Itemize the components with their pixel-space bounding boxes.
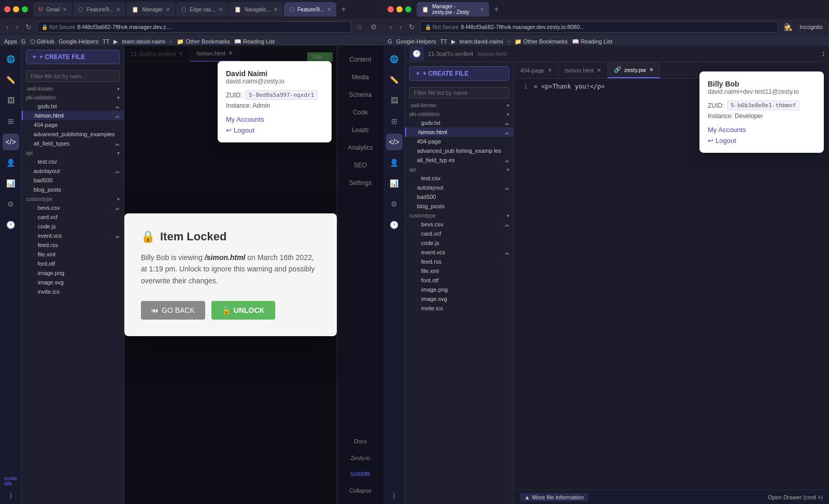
right-globe-btn[interactable]: 🌐	[386, 51, 403, 67]
tab-close-gmail[interactable]: ✕	[63, 7, 67, 12]
bookmark-other[interactable]: 📁 Other Bookmarks	[177, 38, 230, 45]
section-pki[interactable]: pki-validation▾	[22, 93, 124, 102]
file-event-vcs[interactable]: · event.vcs ☁	[22, 231, 124, 240]
file-image-png[interactable]: · image.png	[22, 268, 124, 278]
nav-analytics[interactable]: Analytics	[337, 139, 383, 156]
bookmark-btn[interactable]: ☆	[354, 22, 365, 32]
right-file-card[interactable]: · card.vcf	[405, 229, 513, 238]
file-card-vcf[interactable]: · card.vcf	[22, 212, 124, 222]
file-bad500[interactable]: · bad500	[22, 176, 124, 185]
right-file-blog[interactable]: · blog_posts	[405, 201, 513, 211]
right-bookmark-reading[interactable]: 📖 Reading List	[572, 38, 612, 45]
right-maximize-btn[interactable]	[405, 6, 411, 12]
right-my-accounts-link[interactable]: My Accounts	[708, 126, 816, 134]
right-code-btn[interactable]: </>	[386, 134, 403, 150]
right-close-btn[interactable]	[388, 6, 394, 12]
tab-gmail[interactable]: MGmail✕	[33, 2, 72, 17]
file-blog-posts[interactable]: · blog_posts	[22, 185, 124, 194]
file-simon[interactable]: · /simon.html ☁	[22, 111, 124, 120]
extensions-btn[interactable]: ⚙	[368, 22, 379, 32]
url-bar[interactable]: 🔒 Not Secure 8-f48cf3a682-7fthvk.manager…	[37, 21, 351, 33]
right-tab-manager[interactable]: 📋 Manager - zesty.pw - Zesty ✕	[417, 2, 489, 17]
tab-close-feature1[interactable]: ✕	[116, 7, 120, 12]
file-autolayout[interactable]: · autolayout ☁	[22, 166, 124, 176]
code-icon-btn[interactable]: </>	[3, 134, 19, 150]
right-back-btn[interactable]: ‹	[388, 22, 394, 32]
right-expand-btn[interactable]: ⟩	[386, 487, 403, 504]
right-tab-close[interactable]: ✕	[480, 7, 484, 12]
tab-close-nav[interactable]: ✕	[274, 7, 278, 12]
right-bookmark-yt[interactable]: ▶	[451, 38, 455, 45]
logout-btn-left[interactable]: ↩ Logout	[226, 126, 323, 134]
unlock-button[interactable]: 🔓 UNLOCK	[211, 301, 275, 320]
nav-docs[interactable]: Docs	[337, 433, 383, 450]
open-drawer-btn-right[interactable]: Open Drawer (cmd +)	[768, 494, 823, 500]
history-toggle-btn[interactable]: 🕐	[409, 47, 424, 61]
go-back-button[interactable]: ⏮ GO BACK	[141, 301, 205, 320]
filter-input-right[interactable]	[409, 87, 509, 98]
right-file-imgsvg[interactable]: · image.svg	[405, 294, 513, 304]
file-404[interactable]: · 404-page	[22, 120, 124, 129]
bookmark-youtube[interactable]: ▶	[113, 38, 118, 45]
nav-leads[interactable]: Leads	[337, 121, 383, 139]
right-file-test[interactable]: · test.csv	[405, 174, 513, 183]
bookmark-google-helpers[interactable]: Google-Helpers	[59, 38, 98, 45]
leads-icon-btn[interactable]: 👤	[3, 154, 19, 171]
right-section-customtype[interactable]: customtype▾	[405, 211, 513, 220]
nav-settings[interactable]: Settings	[337, 174, 383, 192]
schema-icon-btn[interactable]: ⊞	[3, 113, 19, 129]
history-icon-btn[interactable]: 🕐	[3, 217, 19, 233]
right-bookmark-other[interactable]: 📁 Other Bookmarks	[514, 38, 568, 45]
right-history-btn[interactable]: 🕐	[386, 217, 403, 233]
right-file-font[interactable]: · font.otf	[405, 276, 513, 285]
right-reload-btn[interactable]: ↻	[407, 22, 417, 32]
nav-schema[interactable]: Schema	[337, 86, 383, 104]
bookmark-team[interactable]: team:david-naimi	[122, 38, 165, 45]
right-file-simon[interactable]: · /simon.html ☁	[405, 127, 513, 137]
analytics-icon-btn[interactable]: 📊	[3, 175, 19, 192]
tab-manager[interactable]: 📋Manager✕	[126, 2, 175, 17]
right-file-feed[interactable]: · feed.rss	[405, 257, 513, 266]
right-section-well-known[interactable]: .well-known▾	[405, 100, 513, 109]
image-icon-btn[interactable]: 🖼	[3, 92, 19, 109]
edit-icon-btn[interactable]: ✏️	[3, 71, 19, 88]
right-close-404[interactable]: ✕	[548, 67, 552, 73]
tab-feature1[interactable]: ⬡Feature/9...✕	[73, 2, 125, 17]
section-well-known[interactable]: .well-known▾	[22, 84, 124, 93]
maximize-window-btn[interactable]	[22, 6, 28, 12]
right-schema-btn[interactable]: ⊞	[386, 113, 403, 129]
right-editor-tab-zesty[interactable]: 🔗 zesty.pw ✕	[608, 62, 660, 78]
bookmark-tt[interactable]: TT	[103, 38, 109, 45]
tab-edge[interactable]: ⬡Edge cas...✕	[176, 2, 228, 17]
nav-content[interactable]: Content	[337, 51, 383, 68]
nav-zesty-io[interactable]: Zesty.io	[337, 450, 383, 466]
more-file-info-btn-right[interactable]: ▲ More file information	[520, 493, 588, 501]
right-file-imgpng[interactable]: · image.png	[405, 285, 513, 294]
create-file-btn-right[interactable]: + + CREATE FILE	[409, 66, 509, 81]
right-bookmark-tt[interactable]: TT	[440, 38, 447, 45]
right-new-tab[interactable]: +	[490, 3, 503, 16]
tab-nav[interactable]: 📋Navigatio...✕	[229, 2, 283, 17]
file-invite-ics[interactable]: · invite.ics	[22, 287, 124, 296]
bookmark-github[interactable]: ⬡ GitHub	[30, 38, 54, 45]
file-code-js[interactable]: · code.js	[22, 222, 124, 231]
right-section-pki[interactable]: pki-validation▾	[405, 109, 513, 118]
right-section-api[interactable]: api▾	[405, 165, 513, 174]
minimize-window-btn[interactable]	[13, 6, 19, 12]
my-accounts-link-left[interactable]: My Accounts	[226, 116, 323, 123]
right-file-bad500[interactable]: · bad500	[405, 192, 513, 201]
right-file-autolayout[interactable]: · autolayout ☁	[405, 183, 513, 192]
right-analytics-btn[interactable]: 📊	[386, 175, 403, 192]
right-edit-btn[interactable]: ✏️	[386, 71, 403, 88]
right-file-codejs[interactable]: · code.js	[405, 238, 513, 248]
right-forward-btn[interactable]: ›	[397, 22, 404, 32]
settings-icon-btn[interactable]: ⚙	[3, 196, 19, 212]
right-editor-tab-404[interactable]: 404-page ✕	[514, 62, 559, 78]
file-gsdv[interactable]: · gsdv.txt ☁	[22, 102, 124, 111]
right-file-all-field[interactable]: · all_field_typ es ☁	[405, 155, 513, 165]
right-editor-tab-simon[interactable]: /simon.html ✕	[559, 62, 608, 78]
right-close-simon[interactable]: ✕	[597, 67, 601, 73]
nav-collapse[interactable]: Collapse	[337, 482, 383, 499]
close-window-btn[interactable]	[4, 6, 10, 12]
file-advanced[interactable]: · advanced_publishing_examples	[22, 129, 124, 139]
